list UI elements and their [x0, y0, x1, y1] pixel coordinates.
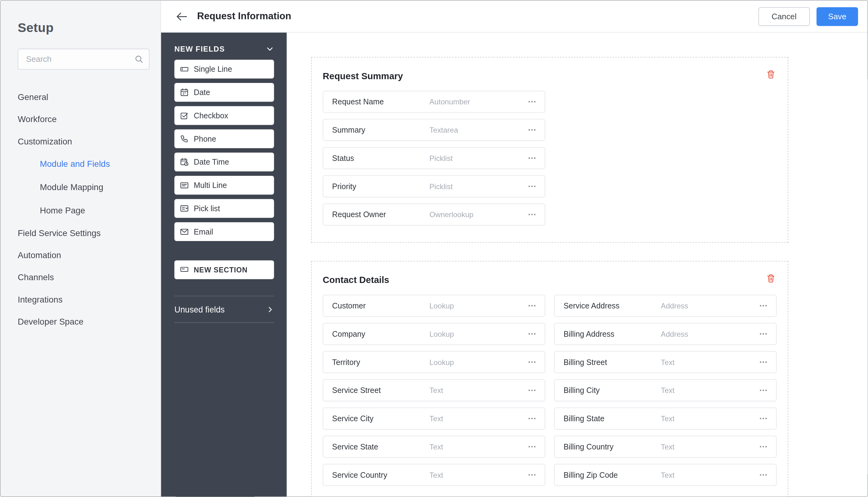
field-datatype: Picklist — [429, 154, 525, 162]
field-options-icon[interactable] — [525, 123, 539, 137]
field-row-billing-zip-code[interactable]: Billing Zip CodeText — [554, 464, 776, 486]
field-type-date[interactable]: Date — [175, 83, 274, 102]
search-box[interactable] — [18, 49, 150, 70]
section-column — [554, 91, 776, 226]
multi-line-icon — [180, 181, 189, 189]
section-column: CustomerLookupCompanyLookupTerritoryLook… — [323, 295, 545, 486]
pick-list-icon — [180, 204, 189, 213]
new-fields-panel: NEW FIELDS Single LineDateCheckboxPhoneD… — [161, 33, 287, 496]
sidebar-item-field-service-settings[interactable]: Field Service Settings — [1, 222, 161, 244]
field-row-billing-country[interactable]: Billing CountryText — [554, 436, 776, 457]
field-row-territory[interactable]: TerritoryLookup — [323, 351, 545, 373]
field-options-icon[interactable] — [525, 299, 539, 312]
field-row-service-address[interactable]: Service AddressAddress — [554, 295, 776, 317]
field-datatype: Lookup — [429, 302, 525, 310]
field-type-label: Pick list — [194, 204, 220, 213]
field-type-checkbox[interactable]: Checkbox — [175, 106, 274, 125]
field-row-billing-state[interactable]: Billing StateText — [554, 408, 776, 430]
field-type-email[interactable]: Email — [175, 222, 274, 241]
sidebar-item-home-page[interactable]: Home Page — [1, 199, 161, 223]
setup-title: Setup — [18, 20, 161, 36]
back-arrow-icon[interactable] — [176, 11, 188, 21]
field-row-service-city[interactable]: Service CityText — [323, 408, 545, 430]
sidebar-item-automation[interactable]: Automation — [1, 244, 161, 267]
content: NEW FIELDS Single LineDateCheckboxPhoneD… — [161, 33, 867, 496]
field-type-multi-line[interactable]: Multi Line — [175, 176, 274, 195]
sidebar-item-general[interactable]: General — [1, 86, 161, 109]
delete-section-button[interactable] — [765, 69, 776, 80]
new-section-button[interactable]: NEW SECTION — [175, 260, 274, 279]
form-section-request-summary: Request SummaryRequest NameAutonumberSum… — [311, 57, 788, 243]
field-label: Billing State — [564, 414, 661, 423]
save-button[interactable]: Save — [816, 7, 858, 26]
field-options-icon[interactable] — [525, 440, 539, 454]
panel-divider — [175, 323, 274, 323]
field-type-date-time[interactable]: Date Time — [175, 153, 274, 171]
page-title: Request Information — [197, 11, 291, 22]
field-options-icon[interactable] — [525, 180, 539, 193]
unused-fields-toggle[interactable]: Unused fields — [175, 296, 274, 323]
field-options-icon[interactable] — [756, 384, 770, 397]
field-row-customer[interactable]: CustomerLookup — [323, 295, 545, 317]
field-options-icon[interactable] — [525, 208, 539, 221]
field-label: Service City — [332, 414, 429, 423]
field-type-label: Date Time — [194, 157, 229, 166]
field-row-priority[interactable]: PriorityPicklist — [323, 175, 545, 197]
field-label: Customer — [332, 301, 429, 310]
setup-sidebar: Setup GeneralWorkforceCustomizationModul… — [1, 1, 161, 496]
field-options-icon[interactable] — [756, 468, 770, 481]
field-options-icon[interactable] — [525, 152, 539, 165]
field-options-icon[interactable] — [756, 440, 770, 454]
sidebar-item-module-mapping[interactable]: Module Mapping — [1, 176, 161, 199]
field-label: Request Name — [332, 97, 429, 106]
field-label: Service State — [332, 442, 429, 451]
field-options-icon[interactable] — [756, 412, 770, 425]
field-type-label: Email — [194, 227, 213, 236]
field-row-summary[interactable]: SummaryTextarea — [323, 119, 545, 141]
field-row-request-name[interactable]: Request NameAutonumber — [323, 91, 545, 113]
chevron-down-icon[interactable] — [266, 45, 274, 53]
cancel-button[interactable]: Cancel — [758, 7, 810, 26]
email-icon — [180, 227, 189, 236]
field-row-billing-street[interactable]: Billing StreetText — [554, 351, 776, 373]
canvas: Request SummaryRequest NameAutonumberSum… — [287, 33, 867, 496]
field-row-billing-city[interactable]: Billing CityText — [554, 379, 776, 401]
field-row-status[interactable]: StatusPicklist — [323, 147, 545, 169]
field-options-icon[interactable] — [525, 384, 539, 397]
delete-section-button[interactable] — [765, 272, 776, 284]
field-label: Territory — [332, 358, 429, 367]
field-row-service-street[interactable]: Service StreetText — [323, 379, 545, 401]
field-options-icon[interactable] — [525, 327, 539, 341]
field-options-icon[interactable] — [525, 95, 539, 109]
field-options-icon[interactable] — [756, 299, 770, 312]
field-row-service-state[interactable]: Service StateText — [323, 436, 545, 457]
sidebar-item-developer-space[interactable]: Developer Space — [1, 311, 161, 333]
field-row-company[interactable]: CompanyLookup — [323, 323, 545, 345]
search-input[interactable] — [25, 54, 135, 64]
field-options-icon[interactable] — [525, 355, 539, 369]
field-type-pick-list[interactable]: Pick list — [175, 199, 274, 218]
field-options-icon[interactable] — [525, 468, 539, 481]
section-title: Request Summary — [323, 69, 403, 81]
checkbox-icon — [180, 111, 189, 120]
field-label: Billing Zip Code — [564, 471, 661, 479]
section-icon — [180, 265, 189, 275]
field-row-service-country[interactable]: Service CountryText — [323, 464, 545, 486]
field-row-billing-address[interactable]: Billing AddressAddress — [554, 323, 776, 345]
field-row-request-owner[interactable]: Request OwnerOwnerlookup — [323, 203, 545, 226]
sidebar-item-channels[interactable]: Channels — [1, 267, 161, 288]
field-options-icon[interactable] — [756, 355, 770, 369]
field-datatype: Textarea — [429, 126, 525, 134]
sidebar-item-integrations[interactable]: Integrations — [1, 288, 161, 311]
field-type-single-line[interactable]: Single Line — [175, 60, 274, 79]
sidebar-item-customization[interactable]: Customization — [1, 130, 161, 153]
field-label: Billing City — [564, 386, 661, 395]
chevron-right-icon — [266, 306, 274, 313]
field-type-phone[interactable]: Phone — [175, 129, 274, 148]
sidebar-item-workforce[interactable]: Workforce — [1, 109, 161, 130]
field-options-icon[interactable] — [525, 412, 539, 425]
field-options-icon[interactable] — [756, 327, 770, 341]
sidebar-item-module-and-fields[interactable]: Module and Fields — [1, 153, 161, 176]
single-line-icon — [180, 65, 189, 73]
new-fields-header[interactable]: NEW FIELDS — [175, 45, 274, 53]
